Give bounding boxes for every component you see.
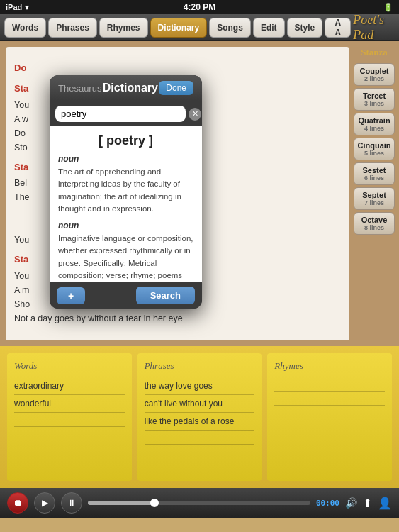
toolbar: Words Phrases Rhymes Dictionary Songs Ed… [0,14,399,41]
export-icon[interactable]: 👤 [378,497,392,510]
sestet-button[interactable]: Sestet 6 lines [354,162,395,185]
quatrain-button[interactable]: Quatrain 4 lines [354,113,395,135]
rhymes-card-title: Rhymes [274,360,385,372]
octave-button[interactable]: Octave 8 lines [354,212,395,235]
phrases-card: Phrases the way love goes can't live wit… [137,353,262,481]
dict-def-1: The art of apprehending and interpreting… [58,166,193,215]
play-button[interactable]: ▶ [34,492,55,514]
status-time: 4:20 PM [184,2,215,12]
dict-clear-button[interactable]: ✕ [189,108,201,121]
phrases-button[interactable]: Phrases [48,18,97,38]
dictionary-modal: Thesaurus Dictionary Done ✕ [ poetry ] n… [50,75,202,309]
dict-done-button[interactable]: Done [159,81,193,95]
rhymes-card: Rhymes [267,353,392,481]
words-card-title: Words [14,360,125,372]
word-item-empty[interactable] [14,413,125,427]
poem-stanza-1-title: Do [14,61,341,76]
phrase-item-1[interactable]: the way love goes [145,377,255,395]
dict-content: [ poetry ] noun The art of apprehending … [50,126,202,282]
dict-pos-2: noun [58,221,193,231]
status-right: 🔋 [383,3,393,12]
volume-icon[interactable]: 🔊 [345,497,357,509]
dict-word: [ poetry ] [58,133,193,148]
words-button[interactable]: Words [4,18,46,38]
font-size-button[interactable]: A A [325,18,351,38]
playback-bar: ⏺ ▶ ⏸ 00:00 🔊 ⬆ 👤 [0,488,399,518]
rhyme-item-empty-2[interactable] [274,392,385,406]
wifi-icon: ▾ [25,3,29,12]
edit-button[interactable]: Edit [253,18,285,38]
word-item-2[interactable]: wonderful [14,395,125,413]
share-icon[interactable]: ⬆ [363,497,372,510]
septet-button[interactable]: Septet 7 lines [354,187,395,210]
dict-pos-1: noun [58,154,193,164]
phrase-item-2[interactable]: can't live without you [145,395,255,413]
stanza-header: Stanza [354,47,395,58]
status-left: iPad ▾ [6,3,29,12]
time-display: 00:00 [316,499,339,508]
status-bar: iPad ▾ 4:20 PM 🔋 [0,0,399,14]
rhymes-button[interactable]: Rhymes [99,18,148,38]
thesaurus-tab[interactable]: Thesaurus [58,83,101,94]
app-logo: Poet's Pad [353,13,395,43]
phrase-item-3[interactable]: like the pedals of a rose [145,413,255,431]
dict-search-bar: ✕ [50,101,202,126]
words-card: Words extraordinary wonderful [7,353,132,481]
notes-area: Words extraordinary wonderful Phrases th… [0,346,399,488]
dict-search-button[interactable]: Search [136,287,195,304]
stanza-sidebar: Stanza Couplet 2 lines Tercet 3 lines Qu… [349,41,399,346]
dict-search-input[interactable] [55,106,186,122]
progress-thumb [150,499,159,507]
carrier-label: iPad [6,3,22,11]
phrases-card-title: Phrases [145,360,255,372]
dict-title: Dictionary [103,82,158,94]
dict-footer: + Search [50,282,202,309]
couplet-button[interactable]: Couplet 2 lines [354,63,395,86]
pause-button[interactable]: ⏸ [61,492,82,514]
battery-icon: 🔋 [383,3,393,12]
record-button[interactable]: ⏺ [7,492,28,514]
dict-header: Thesaurus Dictionary Done [50,75,202,101]
dictionary-button[interactable]: Dictionary [150,18,208,38]
main-area: Do Sta You A w Do Sto Sta Bel The gone o… [0,41,399,346]
progress-bar[interactable] [88,501,310,505]
dict-def-2: Imaginative language or composition, whe… [58,233,193,282]
phrase-item-empty[interactable] [145,431,255,445]
poem-line-last: Not a day goes by without a tear in her … [14,311,341,326]
songs-button[interactable]: Songs [209,18,251,38]
word-item-1[interactable]: extraordinary [14,377,125,395]
tercet-button[interactable]: Tercet 3 lines [354,88,395,111]
style-button[interactable]: Style [287,18,323,38]
cinquain-button[interactable]: Cinquain 5 lines [354,138,395,160]
rhyme-item-empty-1[interactable] [274,377,385,392]
dict-add-button[interactable]: + [57,287,85,304]
progress-fill [88,501,154,505]
